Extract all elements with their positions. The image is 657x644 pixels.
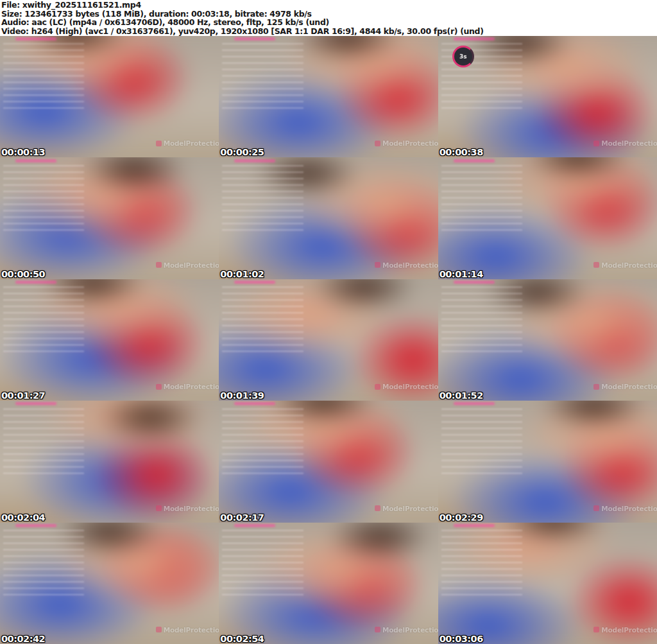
video-thumbnail-frame: ModelProtection 00:00:50 (0, 157, 219, 279)
stream-title-overlay (15, 402, 56, 405)
stream-title-overlay (454, 281, 495, 284)
thumbnail-grid: ModelProtection 00:00:13 ModelProtection… (0, 36, 657, 644)
video-thumbnail-frame: ModelProtection 00:02:04 (0, 401, 219, 522)
watermark-logo-icon (156, 505, 162, 511)
watermark-text: ModelProtection (382, 626, 438, 634)
timecode-label: 00:01:52 (439, 390, 483, 401)
stream-title-overlay (15, 159, 56, 162)
watermark: ModelProtection (375, 626, 438, 634)
watermark-text: ModelProtection (382, 383, 438, 390)
watermark-text: ModelProtection (382, 261, 438, 269)
video-thumbnail-frame: ModelProtection 00:03:06 (438, 523, 657, 644)
stream-title-overlay (454, 37, 495, 40)
stream-title-overlay (234, 37, 275, 40)
watermark-text: ModelProtection (164, 139, 219, 147)
timecode-label: 00:01:27 (1, 390, 45, 401)
watermark: ModelProtection (375, 383, 438, 390)
watermark-logo-icon (156, 262, 162, 268)
watermark-logo-icon (156, 384, 162, 390)
watermark-logo-icon (593, 141, 599, 146)
video-thumbnail-frame: ModelProtection 00:00:38 3s (438, 36, 657, 157)
watermark: ModelProtection (593, 139, 657, 147)
watermark-text: ModelProtection (601, 383, 657, 390)
watermark-text: ModelProtection (164, 261, 219, 269)
watermark-logo-icon (156, 627, 162, 632)
watermark: ModelProtection (156, 383, 219, 390)
metadata-video-line: Video: h264 (High) (avc1 / 0x31637661), … (1, 27, 657, 36)
timecode-label: 00:01:14 (439, 269, 483, 279)
metadata-audio-line: Audio: aac (LC) (mp4a / 0x6134706D), 480… (1, 18, 657, 27)
stream-title-overlay (234, 402, 275, 405)
metadata-file-line: File: xwithy_202511161521.mp4 (1, 1, 657, 10)
timecode-label: 00:02:17 (220, 512, 264, 523)
watermark-logo-icon (156, 141, 162, 146)
video-thumbnail-frame: ModelProtection 00:02:29 (438, 401, 657, 522)
timecode-label: 00:01:39 (220, 390, 264, 401)
stream-title-overlay (454, 159, 495, 162)
watermark-logo-icon (375, 505, 380, 511)
watermark-logo-icon (593, 384, 599, 390)
watermark-logo-icon (375, 262, 380, 268)
watermark: ModelProtection (156, 626, 219, 634)
timecode-label: 00:00:38 (439, 147, 483, 157)
stream-title-overlay (234, 281, 275, 284)
stream-title-overlay (15, 524, 56, 527)
timecode-label: 00:02:29 (439, 512, 483, 523)
watermark-text: ModelProtection (601, 505, 657, 512)
video-thumbnail-frame: ModelProtection 00:00:25 (219, 36, 438, 157)
stream-title-overlay (15, 281, 56, 284)
timecode-label: 00:00:13 (1, 147, 45, 157)
video-thumbnail-frame: ModelProtection 00:01:02 (219, 157, 438, 279)
video-metadata-header: File: xwithy_202511161521.mp4 Size: 1234… (0, 0, 657, 36)
watermark: ModelProtection (375, 261, 438, 269)
stream-title-overlay (15, 37, 56, 40)
watermark-logo-icon (375, 384, 380, 390)
video-thumbnail-frame: ModelProtection 00:01:14 (438, 157, 657, 279)
watermark-text: ModelProtection (601, 261, 657, 269)
timecode-label: 00:02:54 (220, 634, 264, 644)
watermark-text: ModelProtection (601, 139, 657, 147)
watermark: ModelProtection (593, 505, 657, 512)
stream-title-overlay (234, 159, 275, 162)
video-thumbnail-frame: ModelProtection 00:02:17 (219, 401, 438, 522)
metadata-size-line: Size: 123461733 bytes (118 MiB), duratio… (1, 10, 657, 19)
watermark: ModelProtection (375, 505, 438, 512)
watermark-logo-icon (375, 627, 380, 632)
watermark: ModelProtection (593, 383, 657, 390)
timecode-label: 00:01:02 (220, 269, 264, 279)
timecode-label: 00:03:06 (439, 634, 483, 644)
goal-timer-badge: 3s (452, 46, 474, 67)
timecode-label: 00:02:42 (1, 634, 45, 644)
video-thumbnail-frame: ModelProtection 00:01:27 (0, 279, 219, 401)
watermark-logo-icon (375, 141, 380, 146)
stream-title-overlay (234, 524, 275, 527)
watermark-text: ModelProtection (382, 139, 438, 147)
stream-title-overlay (454, 524, 495, 527)
timecode-label: 00:02:04 (1, 512, 45, 523)
video-contact-sheet: File: xwithy_202511161521.mp4 Size: 1234… (0, 0, 657, 644)
video-thumbnail-frame: ModelProtection 00:02:54 (219, 523, 438, 644)
video-thumbnail-frame: ModelProtection 00:01:39 (219, 279, 438, 401)
video-thumbnail-frame: ModelProtection 00:00:13 (0, 36, 219, 157)
video-thumbnail-frame: ModelProtection 00:01:52 (438, 279, 657, 401)
watermark: ModelProtection (593, 261, 657, 269)
timecode-label: 00:00:50 (1, 269, 45, 279)
timecode-label: 00:00:25 (220, 147, 264, 157)
watermark-text: ModelProtection (164, 626, 219, 634)
watermark-logo-icon (593, 262, 599, 268)
video-thumbnail-frame: ModelProtection 00:02:42 (0, 523, 219, 644)
stream-title-overlay (454, 402, 495, 405)
watermark: ModelProtection (156, 139, 219, 147)
watermark: ModelProtection (156, 505, 219, 512)
watermark: ModelProtection (156, 261, 219, 269)
watermark-text: ModelProtection (601, 626, 657, 634)
watermark: ModelProtection (593, 626, 657, 634)
watermark-text: ModelProtection (164, 383, 219, 390)
watermark-logo-icon (593, 505, 599, 511)
watermark-logo-icon (593, 627, 599, 632)
watermark-text: ModelProtection (382, 505, 438, 512)
watermark-text: ModelProtection (164, 505, 219, 512)
watermark: ModelProtection (375, 139, 438, 147)
